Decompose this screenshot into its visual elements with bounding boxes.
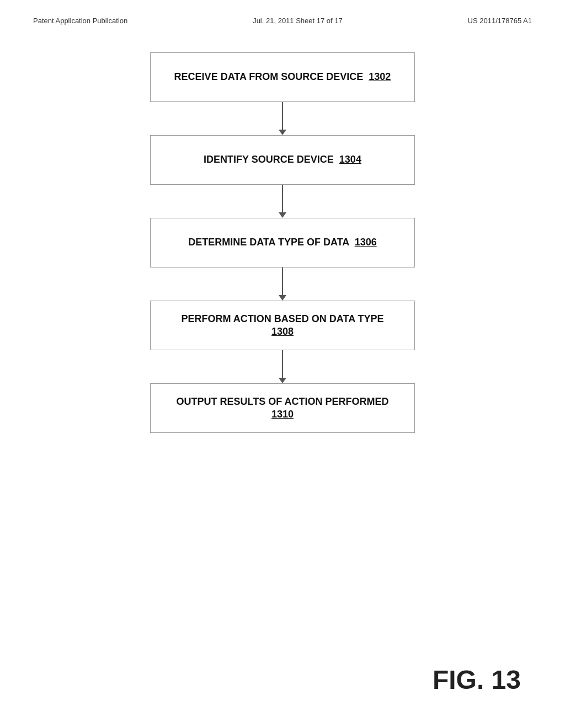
arrow-line [282,267,283,295]
arrow-head [279,212,286,218]
page-header: Patent Application Publication Jul. 21, … [33,17,532,25]
box-1308-text: PERFORM ACTION BASED ON DATA TYPE [181,313,383,325]
flowchart-box-1302: RECEIVE DATA FROM SOURCE DEVICE 1302 [150,52,415,102]
box-1310-text: OUTPUT RESULTS OF ACTION PERFORMED [177,395,389,408]
arrow-1302-to-1304 [279,102,286,135]
box-1302-number: 1302 [369,71,391,82]
box-1304-text: IDENTIFY SOURCE DEVICE [204,154,334,165]
box-1306-number: 1306 [355,237,377,248]
arrow-1304-to-1306 [279,185,286,218]
header-patent-number: US 2011/178765 A1 [468,17,532,25]
flowchart: RECEIVE DATA FROM SOURCE DEVICE 1302 IDE… [33,52,532,433]
arrow-1306-to-1308 [279,267,286,301]
header-date-sheet: Jul. 21, 2011 Sheet 17 of 17 [253,17,343,25]
box-1304-number: 1304 [339,154,361,165]
flowchart-box-1308: PERFORM ACTION BASED ON DATA TYPE 1308 [150,301,415,350]
flowchart-box-1306: DETERMINE DATA TYPE OF DATA 1306 [150,218,415,267]
patent-page: Patent Application Publication Jul. 21, … [0,0,565,728]
arrow-head [279,130,286,135]
arrow-line [282,102,283,130]
flowchart-box-1310: OUTPUT RESULTS OF ACTION PERFORMED 1310 [150,383,415,433]
box-1306-text: DETERMINE DATA TYPE OF DATA [188,237,349,248]
figure-label: FIG. 13 [433,665,521,695]
arrow-line [282,350,283,378]
arrow-head [279,378,286,383]
header-publication-label: Patent Application Publication [33,17,127,25]
arrow-line [282,185,283,212]
arrow-head [279,295,286,301]
box-1308-number: 1308 [271,325,294,338]
box-1302-text: RECEIVE DATA FROM SOURCE DEVICE [174,71,364,82]
box-1310-number: 1310 [271,408,294,421]
flowchart-box-1304: IDENTIFY SOURCE DEVICE 1304 [150,135,415,185]
arrow-1308-to-1310 [279,350,286,383]
